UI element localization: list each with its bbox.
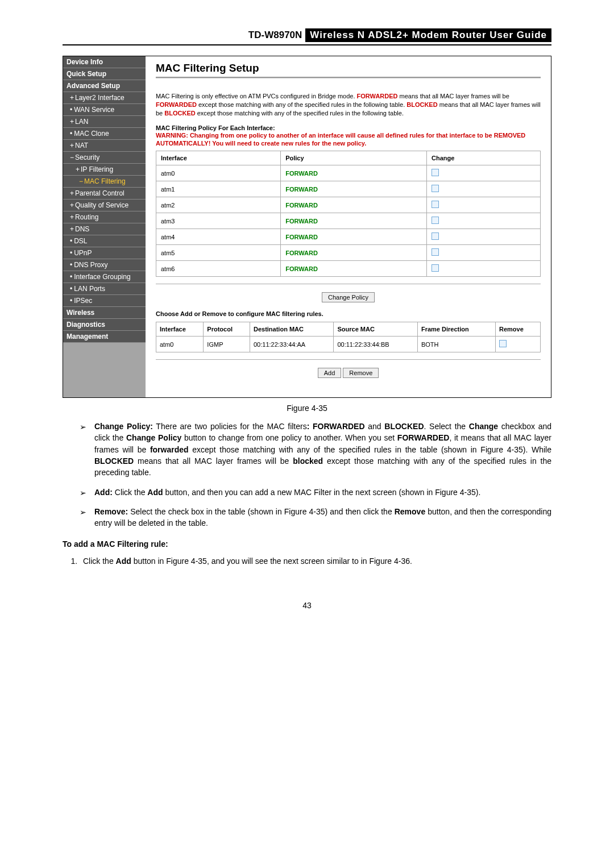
sidebar-item-label: LAN Ports: [74, 285, 105, 293]
page-number: 43: [63, 601, 551, 610]
col-policy: Policy: [281, 151, 427, 165]
sidebar-item[interactable]: MAC Clone: [63, 128, 146, 140]
change-checkbox[interactable]: [432, 201, 439, 208]
sidebar-item-label: LAN: [75, 118, 88, 126]
table-row: atm3FORWARD: [156, 213, 541, 229]
cell-interface: atm3: [156, 213, 281, 229]
sidebar-item[interactable]: DSL: [63, 235, 146, 247]
sidebar-item[interactable]: Wireless: [63, 307, 146, 319]
doc-bullet-list: ➢ Change Policy: There are two policies …: [80, 421, 551, 529]
step-1: Click the Add button in Figure 4-35, and…: [80, 555, 551, 567]
sidebar-item-label: WAN Service: [74, 106, 114, 114]
sidebar-item[interactable]: Device Info: [63, 56, 146, 68]
sidebar-item-label: MAC Filtering: [84, 177, 126, 185]
plus-icon: [70, 142, 75, 149]
sidebar-item[interactable]: DNS: [63, 223, 146, 235]
sidebar-item[interactable]: Layer2 Interface: [63, 92, 146, 104]
choose-text: Choose Add or Remove to configure MAC fi…: [156, 310, 541, 317]
sidebar-item-label: Parental Control: [75, 189, 125, 197]
sidebar-item[interactable]: LAN: [63, 116, 146, 128]
plus-icon: [70, 213, 75, 221]
cell-policy: FORWARD: [281, 165, 427, 181]
change-checkbox[interactable]: [432, 185, 439, 192]
remove-checkbox[interactable]: [499, 340, 507, 347]
sidebar-item[interactable]: Routing: [63, 211, 146, 223]
sidebar-item[interactable]: MAC Filtering: [63, 176, 146, 188]
sidebar-item[interactable]: Parental Control: [63, 188, 146, 200]
sidebar-item[interactable]: NAT: [63, 140, 146, 152]
plus-icon: [70, 118, 75, 126]
bullet-change-policy: ➢ Change Policy: There are two policies …: [80, 421, 551, 478]
cell-change: [427, 261, 541, 277]
figure-caption: Figure 4-35: [63, 404, 551, 413]
sidebar-item-label: IPSec: [74, 297, 92, 305]
table-row: atm6FORWARD: [156, 261, 541, 277]
col-interface: Interface: [156, 151, 281, 165]
sidebar-item[interactable]: Management: [63, 331, 146, 343]
sidebar-item[interactable]: WAN Service: [63, 104, 146, 116]
sidebar-item[interactable]: IP Filtering: [63, 164, 146, 176]
change-checkbox[interactable]: [432, 169, 439, 176]
sidebar-item-label: DSL: [74, 237, 87, 245]
plus-icon: [70, 201, 75, 209]
header-model: TD-W8970N: [245, 28, 305, 42]
sidebar-item[interactable]: IPSec: [63, 295, 146, 307]
cell-policy: FORWARD: [281, 245, 427, 261]
cell-policy: FORWARD: [281, 229, 427, 245]
header-title: Wireless N ADSL2+ Modem Router User Guid…: [305, 28, 551, 42]
sidebar-item[interactable]: Advanced Setup: [63, 80, 146, 92]
cell-policy: FORWARD: [281, 197, 427, 213]
cell-interface: atm4: [156, 229, 281, 245]
cell-change: [427, 165, 541, 181]
table-row: atm4FORWARD: [156, 229, 541, 245]
sidebar-item[interactable]: Quality of Service: [63, 200, 146, 211]
table-row: atm5FORWARD: [156, 245, 541, 261]
bullet-remove: ➢ Remove: Select the check box in the ta…: [80, 506, 551, 529]
plus-icon: [76, 165, 81, 173]
sidebar: Device InfoQuick SetupAdvanced SetupLaye…: [63, 56, 146, 397]
title-underline: [156, 77, 541, 78]
sidebar-item-label: MAC Clone: [74, 130, 109, 138]
sidebar-item[interactable]: UPnP: [63, 247, 146, 259]
sidebar-item[interactable]: Quick Setup: [63, 68, 146, 80]
add-button[interactable]: Add: [318, 368, 342, 378]
table-row: atm2FORWARD: [156, 197, 541, 213]
header-rule: [63, 44, 551, 45]
sidebar-item-label: Management: [67, 333, 108, 340]
minus-icon: [70, 153, 75, 161]
warning-text: WARNING: Changing from one policy to ano…: [156, 131, 541, 148]
cell-change: [427, 181, 541, 197]
cell-change: [427, 213, 541, 229]
sidebar-item-label: DNS: [75, 225, 89, 233]
sidebar-item-label: NAT: [75, 142, 88, 149]
divider: [156, 284, 541, 284]
cell-policy: FORWARD: [281, 261, 427, 277]
cell-interface: atm5: [156, 245, 281, 261]
cell-change: [427, 229, 541, 245]
sidebar-item[interactable]: Security: [63, 152, 146, 164]
policy-heading: MAC Filtering Policy For Each Interface:: [156, 124, 541, 131]
bullet-add: ➢ Add: Click the Add button, and then yo…: [80, 487, 551, 498]
change-checkbox[interactable]: [432, 232, 439, 240]
policy-table: Interface Policy Change atm0FORWARDatm1F…: [156, 151, 541, 277]
change-checkbox[interactable]: [432, 264, 439, 272]
change-checkbox[interactable]: [432, 217, 439, 224]
sidebar-item[interactable]: DNS Proxy: [63, 259, 146, 271]
sidebar-item-label: Device Info: [67, 58, 103, 66]
change-checkbox[interactable]: [432, 248, 439, 256]
sidebar-item[interactable]: Diagnostics: [63, 319, 146, 331]
plus-icon: [70, 225, 75, 233]
sidebar-item-label: Layer2 Interface: [75, 94, 125, 102]
cell-interface: atm0: [156, 165, 281, 181]
sidebar-item-label: Advanced Setup: [67, 82, 120, 90]
sidebar-item-label: Interface Grouping: [74, 273, 130, 281]
section-heading: To add a MAC Filtering rule:: [63, 539, 551, 549]
sidebar-item[interactable]: Interface Grouping: [63, 271, 146, 283]
page-title: MAC Filtering Setup: [156, 62, 541, 74]
col-change: Change: [427, 151, 541, 165]
sidebar-item[interactable]: LAN Ports: [63, 283, 146, 295]
minus-icon: [79, 177, 84, 185]
remove-button[interactable]: Remove: [343, 368, 379, 378]
change-policy-button[interactable]: Change Policy: [322, 292, 375, 302]
plus-icon: [70, 94, 75, 102]
